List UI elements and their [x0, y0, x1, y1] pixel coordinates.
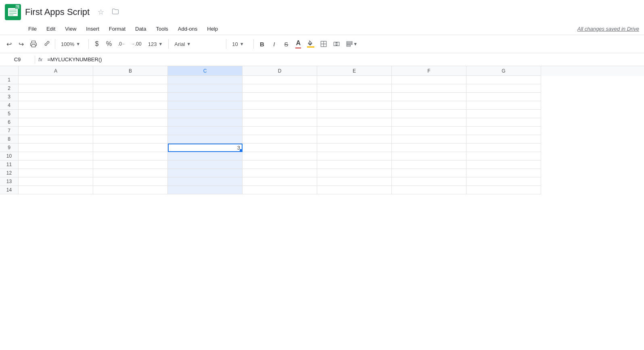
menu-addons[interactable]: Add-ons — [174, 24, 201, 33]
font-size-dropdown[interactable]: 10 ▼ — [229, 38, 251, 50]
cell-A10[interactable] — [19, 152, 93, 160]
row-num-11[interactable]: 11 — [0, 160, 19, 169]
cell-F6[interactable] — [392, 118, 466, 127]
cell-F2[interactable] — [392, 84, 466, 93]
cell-G13[interactable] — [466, 177, 541, 186]
cell-F3[interactable] — [392, 93, 466, 101]
cell-A6[interactable] — [19, 118, 93, 127]
cell-D14[interactable] — [243, 186, 317, 194]
decimal-increase-button[interactable]: → .00 — [129, 38, 144, 50]
cell-B5[interactable] — [93, 110, 168, 118]
menu-edit[interactable]: Edit — [42, 24, 59, 33]
cell-A13[interactable] — [19, 177, 93, 186]
cell-B4[interactable] — [93, 101, 168, 110]
cell-B7[interactable] — [93, 127, 168, 135]
redo-button[interactable]: ↪ — [15, 38, 27, 50]
cell-G2[interactable] — [466, 84, 541, 93]
currency-button[interactable]: $ — [91, 38, 102, 50]
paint-format-button[interactable] — [40, 38, 52, 50]
row-num-6[interactable]: 6 — [0, 118, 19, 127]
cell-E12[interactable] — [317, 169, 392, 177]
font-family-dropdown[interactable]: Arial ▼ — [171, 38, 224, 50]
menu-tools[interactable]: Tools — [152, 24, 172, 33]
cell-C2[interactable] — [168, 84, 243, 93]
cell-C12[interactable] — [168, 169, 243, 177]
cell-D7[interactable] — [243, 127, 317, 135]
cell-F14[interactable] — [392, 186, 466, 194]
cell-E4[interactable] — [317, 101, 392, 110]
cell-A3[interactable] — [19, 93, 93, 101]
row-num-13[interactable]: 13 — [0, 177, 19, 186]
col-header-G[interactable]: G — [466, 66, 541, 76]
cell-D12[interactable] — [243, 169, 317, 177]
cell-G8[interactable] — [466, 135, 541, 144]
cell-C5[interactable] — [168, 110, 243, 118]
cell-C6[interactable] — [168, 118, 243, 127]
cell-D11[interactable] — [243, 160, 317, 169]
row-num-9[interactable]: 9 — [0, 144, 19, 152]
cell-F1[interactable] — [392, 76, 466, 84]
cell-G11[interactable] — [466, 160, 541, 169]
underline-color-button[interactable]: A — [293, 38, 304, 50]
row-num-14[interactable]: 14 — [0, 186, 19, 194]
cell-C10[interactable] — [168, 152, 243, 160]
col-header-A[interactable]: A — [19, 66, 93, 76]
cell-D10[interactable] — [243, 152, 317, 160]
cell-E10[interactable] — [317, 152, 392, 160]
cell-D8[interactable] — [243, 135, 317, 144]
cell-D6[interactable] — [243, 118, 317, 127]
cell-G14[interactable] — [466, 186, 541, 194]
cell-D4[interactable] — [243, 101, 317, 110]
cell-G9[interactable] — [466, 144, 541, 152]
col-header-D[interactable]: D — [243, 66, 317, 76]
cell-G6[interactable] — [466, 118, 541, 127]
cell-E13[interactable] — [317, 177, 392, 186]
cell-A14[interactable] — [19, 186, 93, 194]
cell-D1[interactable] — [243, 76, 317, 84]
cell-A11[interactable] — [19, 160, 93, 169]
row-num-8[interactable]: 8 — [0, 135, 19, 144]
cell-E7[interactable] — [317, 127, 392, 135]
folder-icon[interactable] — [110, 6, 121, 19]
cell-C1[interactable] — [168, 76, 243, 84]
cell-D5[interactable] — [243, 110, 317, 118]
cell-E5[interactable] — [317, 110, 392, 118]
borders-button[interactable] — [318, 38, 330, 50]
row-num-12[interactable]: 12 — [0, 169, 19, 177]
row-num-5[interactable]: 5 — [0, 110, 19, 118]
italic-button[interactable]: I — [268, 38, 280, 50]
cell-D13[interactable] — [243, 177, 317, 186]
cell-A8[interactable] — [19, 135, 93, 144]
cell-E3[interactable] — [317, 93, 392, 101]
cell-B12[interactable] — [93, 169, 168, 177]
cell-C8[interactable] — [168, 135, 243, 144]
cell-A12[interactable] — [19, 169, 93, 177]
cell-E9[interactable] — [317, 144, 392, 152]
cell-C9[interactable]: 3 — [168, 144, 243, 152]
percent-button[interactable]: % — [103, 38, 115, 50]
cell-C4[interactable] — [168, 101, 243, 110]
cell-A2[interactable] — [19, 84, 93, 93]
menu-insert[interactable]: Insert — [82, 24, 103, 33]
cell-F9[interactable] — [392, 144, 466, 152]
cell-C7[interactable] — [168, 127, 243, 135]
cell-C3[interactable] — [168, 93, 243, 101]
fill-color-button[interactable] — [305, 38, 317, 50]
cell-A7[interactable] — [19, 127, 93, 135]
cell-B10[interactable] — [93, 152, 168, 160]
cell-B11[interactable] — [93, 160, 168, 169]
more-options-button[interactable]: ▼ — [343, 38, 360, 50]
cell-D9[interactable] — [243, 144, 317, 152]
row-num-4[interactable]: 4 — [0, 101, 19, 110]
cell-E6[interactable] — [317, 118, 392, 127]
cell-G3[interactable] — [466, 93, 541, 101]
cell-F7[interactable] — [392, 127, 466, 135]
cell-D3[interactable] — [243, 93, 317, 101]
menu-format[interactable]: Format — [105, 24, 130, 33]
cell-G1[interactable] — [466, 76, 541, 84]
cell-B3[interactable] — [93, 93, 168, 101]
cell-C13[interactable] — [168, 177, 243, 186]
cell-G7[interactable] — [466, 127, 541, 135]
cell-G12[interactable] — [466, 169, 541, 177]
cell-E8[interactable] — [317, 135, 392, 144]
